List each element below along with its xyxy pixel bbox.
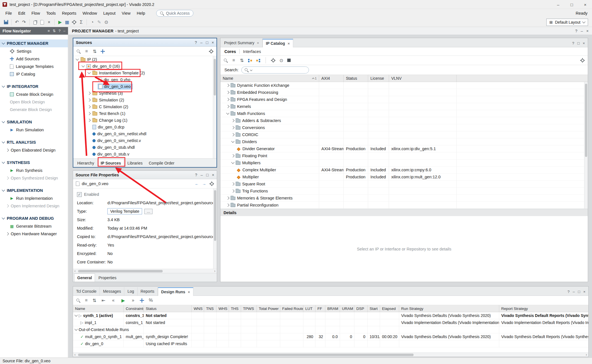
window-maximize-button[interactable]: □ <box>565 0 578 9</box>
tab-project-summary[interactable]: Project Summary × <box>221 39 262 47</box>
scrollbar-thumb[interactable] <box>214 59 216 96</box>
tree-item-instantiation-template[interactable]: Instantiation Template (2) <box>73 70 217 76</box>
catalog-row-multiplier[interactable]: Multiplier ProductionIncludedxilinx.com:… <box>220 174 588 181</box>
column-ths[interactable]: THS <box>229 305 241 312</box>
catalog-row-cordic[interactable]: CORDIC <box>220 131 588 138</box>
flownav-section-implementation[interactable]: IMPLEMENTATION <box>0 187 68 194</box>
window-minimize-button[interactable]: ‒ <box>551 0 565 9</box>
close-icon[interactable]: × <box>583 290 586 294</box>
collapse-all-icon[interactable]: ≡ <box>84 297 89 304</box>
tab-reports[interactable]: Reports <box>138 287 158 296</box>
flownav-section-ip-integrator[interactable]: IP INTEGRATOR <box>0 83 68 90</box>
undo-icon[interactable]: ↶ <box>14 19 20 26</box>
properties-horizontal-scrollbar[interactable]: ‹ › <box>73 269 217 273</box>
catalog-row-conversions[interactable]: Conversions <box>220 124 588 131</box>
program-device-icon[interactable]: ▦ <box>64 19 70 26</box>
column-whs[interactable]: WHS <box>217 305 229 312</box>
catalog-row-square-root[interactable]: Square Root <box>220 181 588 188</box>
column-vlnv[interactable]: VLNV <box>389 75 457 82</box>
help-icon[interactable]: ? <box>575 29 577 33</box>
type-select[interactable]: Verilog Template <box>107 208 142 214</box>
clock-icon[interactable]: ◔ <box>89 19 95 26</box>
column-elapsed[interactable]: Elapsed <box>380 305 399 312</box>
flownav-sort-icon[interactable]: ⇅ <box>53 29 56 33</box>
flownav-section-synthesis[interactable]: SYNTHESIS <box>0 159 68 167</box>
target-icon[interactable]: ⊙ <box>279 57 284 64</box>
column-ff[interactable]: FF <box>315 305 325 312</box>
scroll-left-icon[interactable]: ‹ <box>73 269 77 273</box>
close-icon[interactable]: × <box>188 290 190 294</box>
taxonomy-icon[interactable] <box>248 58 252 63</box>
collapse-all-icon[interactable]: ≡ <box>231 57 236 64</box>
catalog-row-trig-functions[interactable]: Trig Functions <box>220 188 588 195</box>
catalog-row-memories-storage[interactable]: Memories & Storage Elements <box>220 195 588 202</box>
delete-icon[interactable]: × <box>46 19 52 26</box>
tab-ip-catalog[interactable]: IP Catalog × <box>262 39 293 47</box>
tab-messages[interactable]: Messages <box>100 287 124 296</box>
settings-gear-icon[interactable] <box>72 20 76 25</box>
tab-compile-order[interactable]: Compile Order <box>146 159 177 167</box>
sources-vertical-scrollbar[interactable] <box>213 56 217 158</box>
settings-gear-icon[interactable] <box>580 58 585 63</box>
column-bram[interactable]: BRAM <box>325 305 340 312</box>
tree-item-c-simulation[interactable]: C Simulation (2) <box>73 103 217 110</box>
expand-collapse-icon[interactable]: ⇅ <box>240 57 244 64</box>
catalog-row-divider-generator[interactable]: Divider Generator AXI4-StreamProductionI… <box>220 145 588 152</box>
scrollbar-thumb[interactable] <box>585 84 587 157</box>
help-icon[interactable]: ? <box>195 40 197 45</box>
column-name[interactable]: Name <box>73 305 124 312</box>
tab-properties[interactable]: Properties <box>96 274 119 282</box>
column-constraints[interactable]: Constraints <box>124 305 144 312</box>
column-total-power[interactable]: Total Power <box>257 305 280 312</box>
tree-item-synthesis[interactable]: Synthesis (3) <box>73 90 217 97</box>
tab-general[interactable]: General <box>74 274 95 282</box>
search-icon[interactable] <box>76 298 80 303</box>
column-status[interactable]: Status <box>344 75 368 82</box>
columns-icon[interactable] <box>287 59 291 62</box>
column-name[interactable]: Name 1 <box>220 75 319 82</box>
menu-reports[interactable]: Reports <box>59 10 79 17</box>
flownav-item-open-synthesized-design[interactable]: Open Synthesized Design <box>0 174 68 182</box>
catalog-row-embedded-processing[interactable]: Embedded Processing <box>220 89 588 96</box>
flownav-menu-icon[interactable]: ≡ <box>48 29 50 33</box>
catalog-search-input[interactable] <box>254 68 306 72</box>
minimize-icon[interactable]: ‒ <box>200 40 203 45</box>
create-runs-icon[interactable] <box>140 298 144 303</box>
column-uram[interactable]: URAM <box>340 305 354 312</box>
properties-panel-header[interactable]: Source File Properties ? ‒ □ × <box>73 171 217 179</box>
column-lut[interactable]: LUT <box>303 305 315 312</box>
flownav-section-program-and-debug[interactable]: PROGRAM AND DEBUG <box>0 214 68 222</box>
quick-access-search[interactable]: Quick Access <box>156 10 193 17</box>
redo-icon[interactable]: ↷ <box>21 19 27 26</box>
run-row-impl-1[interactable]: ▷impl_1 constrs_1 Not started Vivado Imp… <box>73 319 588 326</box>
type-browse-button[interactable]: … <box>144 209 153 214</box>
float-icon[interactable]: □ <box>578 290 580 294</box>
menu-tools[interactable]: Tools <box>43 10 59 17</box>
float-icon[interactable]: □ <box>206 40 208 45</box>
flownav-item-create-block-design[interactable]: Create Block Design <box>0 90 68 98</box>
search-icon[interactable] <box>224 58 228 63</box>
scrollbar-thumb[interactable] <box>78 270 163 272</box>
flownav-item-run-synthesis[interactable]: ▶ Run Synthesis <box>0 167 68 174</box>
catalog-row-math-functions[interactable]: Math Functions <box>220 110 588 117</box>
subtab-cores[interactable]: Cores <box>224 49 236 54</box>
search-icon[interactable] <box>76 49 81 54</box>
close-icon[interactable]: × <box>586 29 589 33</box>
help-icon[interactable]: ? <box>567 290 570 294</box>
menu-flow[interactable]: Flow <box>28 10 43 17</box>
close-icon[interactable]: × <box>288 41 290 46</box>
properties-vertical-scrollbar[interactable] <box>213 188 217 269</box>
column-tpws[interactable]: TPWS <box>241 305 257 312</box>
tree-item-div-gen-0-dcp[interactable]: div_gen_0.dcp <box>73 124 217 130</box>
hierarchy-icon[interactable] <box>256 58 260 63</box>
tree-item-stub-v[interactable]: div_gen_0_stub.v <box>73 151 217 157</box>
flownav-item-language-templates[interactable]: Language Templates <box>0 63 68 70</box>
catalog-row-multipliers[interactable]: Multipliers <box>220 159 588 167</box>
tree-item-div-gen-0-veo[interactable]: div_gen_0.veo <box>73 83 217 90</box>
copy-icon[interactable] <box>34 21 37 25</box>
catalog-row-partial-reconfiguration[interactable]: Partial Reconfiguration <box>220 202 588 209</box>
tree-item-div-gen-0[interactable]: div_gen_0 (16) <box>73 63 217 70</box>
tree-item-sim-netlist-vhdl[interactable]: div_gen_0_sim_netlist.vhdl <box>73 130 217 137</box>
tree-item-change-log[interactable]: Change Log (1) <box>73 117 217 124</box>
save-icon[interactable] <box>4 20 8 24</box>
